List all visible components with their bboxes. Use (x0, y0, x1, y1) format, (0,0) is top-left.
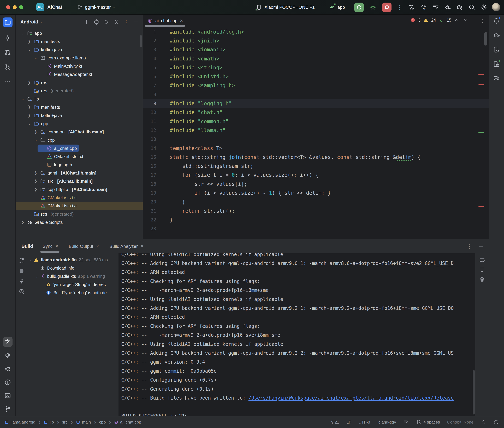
unlock-icon[interactable] (481, 420, 486, 425)
hide-panel-button[interactable] (133, 18, 140, 25)
tree-item-cmakelists-txt[interactable]: CMakeLists.txt (16, 202, 143, 210)
prev-problem-icon[interactable] (454, 17, 459, 23)
context-indicator[interactable]: Context: None (447, 420, 473, 425)
code-line-8[interactable]: 8 (143, 90, 489, 99)
build-tab-build-analyzer[interactable]: Build Analyzer✕ (109, 239, 144, 253)
code-line-7[interactable]: 7#include <sampling.h> (143, 81, 489, 90)
code-line-6[interactable]: 6#include <unistd.h> (143, 72, 489, 81)
gemini-button[interactable] (492, 74, 501, 83)
close-tab-icon[interactable]: ✕ (55, 244, 58, 248)
device-manager-button[interactable] (492, 45, 501, 54)
code-line-23[interactable]: 23 (143, 224, 489, 233)
expander-icon[interactable]: ❯ (33, 171, 38, 175)
indent-setting[interactable]: 4 spaces (416, 420, 440, 425)
breadcrumb-item-src[interactable]: src (62, 420, 68, 425)
tree-item-cpp-httplib[interactable]: ❯cpp-httplib[AiChat.lib.main] (16, 185, 143, 194)
run-config-selector[interactable]: app ⌄ (329, 4, 350, 10)
apply-code-changes-button[interactable] (432, 3, 440, 11)
tree-item-res[interactable]: ❯res (16, 78, 143, 87)
expander-icon[interactable]: ❯ (33, 179, 38, 183)
gradle-sync-button[interactable] (456, 3, 463, 11)
code-line-1[interactable]: 1#include <android/log.h> (143, 27, 489, 36)
expander-icon[interactable]: ❯ (26, 39, 32, 44)
inspections-widget[interactable]: 3 24 15 (410, 17, 468, 23)
breadcrumb-item-llama-android[interactable]: llama.android (4, 420, 35, 425)
code-line-15[interactable]: 15static std::string join(const std::vec… (143, 153, 489, 162)
version-control-tool-button[interactable] (3, 404, 13, 414)
code-line-4[interactable]: 4#include <cmath> (143, 54, 489, 63)
code-line-22[interactable]: 22} (143, 215, 489, 224)
code-line-12[interactable]: 12#include "llama.h" (143, 126, 489, 135)
tab-options-kebab[interactable]: ⋮ (480, 18, 485, 24)
code-line-19[interactable]: 19 if (i < values.size() - 1) { str << d… (143, 188, 489, 197)
close-tab-icon[interactable]: ✕ (140, 244, 144, 248)
expander-icon[interactable]: ❯ (33, 130, 38, 134)
tree-item-cpp[interactable]: ⌄cpp (16, 136, 143, 144)
stop-square-icon[interactable] (18, 268, 25, 274)
code-line-10[interactable]: 10#include "chat.h" (143, 108, 489, 117)
terminal-tool-button[interactable] (3, 391, 13, 400)
attach-debugger-button[interactable] (444, 3, 452, 11)
tree-item-cmakelists-txt[interactable]: CMakeLists.txt (16, 194, 143, 202)
code-line-2[interactable]: 2#include <jni.h> (143, 36, 489, 45)
tree-item-app[interactable]: ⌄app (16, 29, 143, 37)
build-tree-item[interactable]: BuildType 'debug' is both de (28, 288, 119, 297)
scroll-to-end-icon[interactable] (479, 267, 485, 273)
hide-build-panel-button[interactable] (478, 243, 484, 249)
expander-icon[interactable]: ⌄ (20, 97, 25, 101)
error-stripe-mark[interactable] (478, 132, 484, 133)
filter-icon[interactable] (18, 288, 25, 295)
branch-selector[interactable]: ggml-master (85, 5, 111, 10)
debug-button[interactable] (368, 3, 378, 12)
code-line-13[interactable]: 13 (143, 135, 489, 144)
profiler-tool-button[interactable] (3, 364, 13, 374)
collapse-all-button[interactable] (113, 18, 120, 25)
window-close-button[interactable] (6, 5, 10, 9)
expander-icon[interactable]: ⌄ (33, 56, 38, 60)
more-tools-button[interactable] (3, 76, 13, 86)
soft-wrap-icon[interactable] (479, 257, 485, 263)
code-line-9[interactable]: 9#include "logging.h" (143, 99, 489, 108)
device-selector[interactable]: Xiaomi POCOPHONE F1 ⌄ (256, 4, 320, 10)
build-tool-button[interactable] (3, 337, 13, 347)
locate-file-button[interactable] (93, 18, 100, 25)
breadcrumb-item-main[interactable]: main (76, 420, 91, 425)
structure-tool-button[interactable] (3, 48, 13, 57)
line-ending[interactable]: LF (346, 420, 351, 425)
user-avatar[interactable] (492, 3, 500, 11)
next-problem-icon[interactable] (463, 17, 468, 23)
build-options-kebab[interactable]: ⋮ (467, 243, 472, 249)
breadcrumb-item-lib[interactable]: lib (43, 420, 54, 425)
window-minimize-button[interactable] (13, 5, 17, 9)
expander-icon[interactable]: ⌄ (33, 138, 38, 142)
code-line-11[interactable]: 11#include "common.h" (143, 117, 489, 126)
expand-all-button[interactable] (103, 18, 110, 25)
panel-options-kebab[interactable]: ⋮ (123, 18, 130, 25)
expander-icon[interactable]: ❯ (26, 80, 32, 85)
tree-item-kotlin-java[interactable]: ❯kotlin+java (16, 111, 143, 120)
caret-position[interactable]: 9:21 (331, 420, 339, 425)
tree-item-cpp[interactable]: ⌄cpp (16, 120, 143, 128)
exclamation-circle-icon[interactable] (493, 420, 499, 425)
build-tab-sync[interactable]: Sync✕ (43, 239, 59, 253)
breadcrumb-item-cpp[interactable]: cpp (99, 420, 106, 425)
tree-item-com-example-llama[interactable]: ⌄com.example.llama (16, 54, 143, 62)
tree-item-res[interactable]: res(generated) (16, 210, 143, 218)
encoding[interactable]: UTF-8 (359, 420, 370, 425)
editor-scrollbar[interactable] (484, 32, 487, 46)
expander-icon[interactable]: ⌄ (28, 258, 34, 262)
build-console[interactable]: C/C++: -- Using KleidiAI optimized kerne… (119, 253, 475, 416)
running-devices-button[interactable] (492, 59, 501, 69)
formatter-icon[interactable] (403, 420, 409, 425)
build-tree-item[interactable]: ⌄build.gradle.ktsapp 1 warning (28, 272, 119, 280)
build-project-button[interactable] (408, 3, 416, 11)
project-view-selector[interactable]: Android (20, 19, 38, 25)
expander-icon[interactable]: ❯ (33, 187, 38, 192)
code-line-21[interactable]: 21 return str.str(); (143, 206, 489, 215)
tree-item-ggml[interactable]: ❯ggml[AiChat.lib.main] (16, 169, 143, 177)
tree-item-gradle-scripts[interactable]: ❯Gradle Scripts (16, 218, 143, 226)
tree-item-manifests[interactable]: ❯manifests (16, 103, 143, 111)
gradle-tool-button[interactable] (492, 31, 501, 40)
code-editor[interactable]: 1#include <android/log.h>2#include <jni.… (143, 27, 489, 239)
expander-icon[interactable]: ❯ (26, 105, 32, 109)
